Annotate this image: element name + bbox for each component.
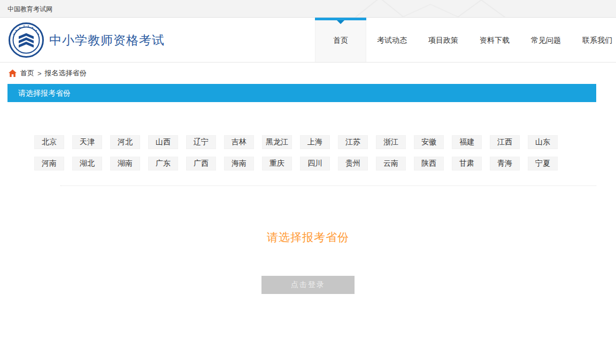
province-button-湖南[interactable]: 湖南 <box>110 157 140 171</box>
province-button-重庆[interactable]: 重庆 <box>262 157 292 171</box>
breadcrumb-home[interactable]: 首页 <box>20 68 34 78</box>
select-province-prompt: 请选择报考省份 <box>0 230 616 245</box>
main-nav: 首页 考试动态 项目政策 资料下载 常见问题 联系我们 <box>315 18 616 63</box>
dotted-divider <box>60 185 596 186</box>
active-tab-arrow-icon <box>337 20 344 24</box>
nav-tab-label: 首页 <box>333 36 348 44</box>
province-button-宁夏[interactable]: 宁夏 <box>528 157 558 171</box>
province-button-河南[interactable]: 河南 <box>34 157 64 171</box>
top-utility-bar: 中国教育考试网 <box>0 0 616 18</box>
mountains-watermark-icon <box>350 0 511 18</box>
breadcrumb-current: 报名选择省份 <box>45 68 87 78</box>
home-icon[interactable] <box>9 69 17 77</box>
province-button-江苏[interactable]: 江苏 <box>338 135 368 149</box>
header: 中小学教师资格考试 首页 考试动态 项目政策 资料下载 常见问题 联系我们 <box>0 18 616 63</box>
login-button[interactable]: 点击登录 <box>261 276 355 294</box>
province-button-山东[interactable]: 山东 <box>528 135 558 149</box>
province-button-河北[interactable]: 河北 <box>110 135 140 149</box>
province-button-广西[interactable]: 广西 <box>186 157 216 171</box>
site-name: 中国教育考试网 <box>7 5 52 14</box>
nav-tab-label: 常见问题 <box>531 36 561 44</box>
nav-tab-资料下载[interactable]: 资料下载 <box>469 18 520 63</box>
nav-tab-首页[interactable]: 首页 <box>315 18 366 63</box>
province-button-青海[interactable]: 青海 <box>490 157 520 171</box>
nav-tab-label: 考试动态 <box>377 36 407 44</box>
province-button-北京[interactable]: 北京 <box>34 135 64 149</box>
nav-tab-label: 资料下载 <box>480 36 510 44</box>
province-button-山西[interactable]: 山西 <box>148 135 178 149</box>
breadcrumb-separator: > <box>37 69 42 78</box>
province-button-四川[interactable]: 四川 <box>300 157 330 171</box>
province-grid: 北京 天津 河北 山西 辽宁 吉林 黑龙江 上海 江苏 浙江 安徽 福建 江西 … <box>7 102 596 186</box>
province-button-上海[interactable]: 上海 <box>300 135 330 149</box>
province-row-2: 河南 湖北 湖南 广东 广西 海南 重庆 四川 贵州 云南 陕西 甘肃 青海 宁… <box>34 157 596 171</box>
province-button-辽宁[interactable]: 辽宁 <box>186 135 216 149</box>
nav-tab-label: 项目政策 <box>428 36 458 44</box>
province-button-陕西[interactable]: 陕西 <box>414 157 444 171</box>
province-button-安徽[interactable]: 安徽 <box>414 135 444 149</box>
nav-tab-联系我们[interactable]: 联系我们 <box>572 18 616 63</box>
exam-seal-logo <box>9 22 44 58</box>
province-button-甘肃[interactable]: 甘肃 <box>452 157 482 171</box>
page-title: 中小学教师资格考试 <box>49 32 165 49</box>
nav-tab-考试动态[interactable]: 考试动态 <box>366 18 418 63</box>
nav-tab-项目政策[interactable]: 项目政策 <box>418 18 469 63</box>
province-button-浙江[interactable]: 浙江 <box>376 135 406 149</box>
province-row-1: 北京 天津 河北 山西 辽宁 吉林 黑龙江 上海 江苏 浙江 安徽 福建 江西 … <box>34 135 596 149</box>
province-button-贵州[interactable]: 贵州 <box>338 157 368 171</box>
province-button-湖北[interactable]: 湖北 <box>72 157 102 171</box>
province-button-天津[interactable]: 天津 <box>72 135 102 149</box>
section-banner: 请选择报考省份 <box>7 84 596 102</box>
breadcrumb: 首页 > 报名选择省份 <box>0 63 616 84</box>
province-button-江西[interactable]: 江西 <box>490 135 520 149</box>
province-button-广东[interactable]: 广东 <box>148 157 178 171</box>
province-button-吉林[interactable]: 吉林 <box>224 135 254 149</box>
nav-tab-常见问题[interactable]: 常见问题 <box>520 18 572 63</box>
province-button-黑龙江[interactable]: 黑龙江 <box>262 135 292 149</box>
province-button-海南[interactable]: 海南 <box>224 157 254 171</box>
nav-tab-label: 联系我们 <box>582 36 612 44</box>
province-button-云南[interactable]: 云南 <box>376 157 406 171</box>
province-button-福建[interactable]: 福建 <box>452 135 482 149</box>
